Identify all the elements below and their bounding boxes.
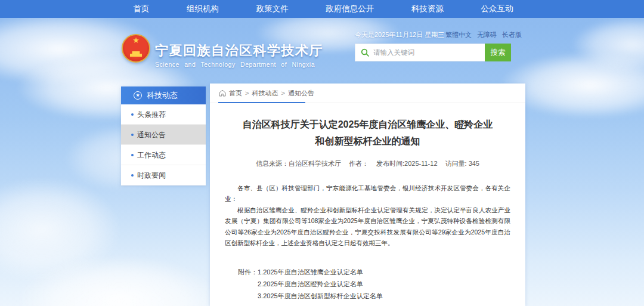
bullet-dot-icon <box>131 134 134 136</box>
sidebar-header: ★ 科技动态 <box>121 86 206 104</box>
article: 自治区科技厅关于认定2025年度自治区雏鹰企业、瞪羚企业 和创新型标杆企业的通知… <box>210 116 525 302</box>
nav-item-home[interactable]: 首页 <box>133 0 149 18</box>
breadcrumb-sci-tech-dynamics[interactable]: 科技动态 <box>252 89 278 98</box>
attachment-link-2[interactable]: 2.2025年度自治区瞪羚企业认定名单 <box>258 278 383 290</box>
breadcrumb-current-notices: 通知公告 <box>288 89 314 98</box>
attachments-label: 附件： <box>238 266 258 302</box>
bullet-dot-icon <box>131 154 134 156</box>
site-header: ★ 宁夏回族自治区科学技术厅 Science and Technology De… <box>0 18 644 85</box>
attachment-link-1[interactable]: 1.2025年度自治区雏鹰企业认定名单 <box>258 266 383 278</box>
sidebar-item-label: 头条推荐 <box>137 104 166 125</box>
gate-icon <box>130 51 142 57</box>
cloud-decoration <box>18 256 221 306</box>
search-field <box>355 44 485 61</box>
meta-publish-time: 发布时间:2025-11-12 <box>376 159 438 168</box>
attachments: 附件： 1.2025年度自治区雏鹰企业认定名单 2.2025年度自治区瞪羚企业认… <box>238 266 510 302</box>
breadcrumb-home[interactable]: 首页 <box>229 89 242 98</box>
current-date-text: 今天是2025年11月12日 星期三 <box>355 30 444 39</box>
search-input[interactable] <box>373 44 485 61</box>
sidebar: ★ 科技动态 头条推荐 通知公告 工作动态 时政要闻 <box>121 86 206 186</box>
sidebar-item-notices[interactable]: 通知公告 <box>121 125 206 145</box>
nav-item-policy-documents[interactable]: 政策文件 <box>256 0 289 18</box>
star-circle-icon: ★ <box>134 91 142 100</box>
cloud-decoration <box>0 179 119 280</box>
search-button[interactable]: 搜索 <box>485 44 511 61</box>
link-accessibility[interactable]: 无障碍 <box>477 30 497 39</box>
sidebar-item-label: 时政要闻 <box>137 165 166 186</box>
nav-item-gov-info-disclosure[interactable]: 政府信息公开 <box>326 0 374 18</box>
sidebar-item-work-dynamics[interactable]: 工作动态 <box>121 145 206 165</box>
bullet-dot-icon <box>131 113 134 116</box>
header-info-row: 今天是2025年11月12日 星期三 繁體中文 无障碍 长者版 <box>355 30 522 39</box>
top-navigation-bar: 首页 组织机构 政策文件 政府信息公开 科技资源 公众互动 <box>0 0 644 18</box>
national-emblem-logo: ★ <box>122 34 150 63</box>
sidebar-item-label: 通知公告 <box>137 125 166 145</box>
site-title: 宁夏回族自治区科学技术厅 <box>155 42 323 60</box>
sidebar-title: 科技动态 <box>147 90 178 101</box>
article-paragraph: 根据自治区雏鹰企业、瞪羚企业和创新型标杆企业认定管理有关规定，决定认定半亩良人农… <box>225 205 510 249</box>
attachment-link-3[interactable]: 3.2025年度自治区创新型标杆企业认定名单 <box>258 290 383 302</box>
bullet-dot-icon <box>131 174 134 177</box>
link-traditional-chinese[interactable]: 繁體中文 <box>445 30 472 39</box>
attachments-list: 1.2025年度自治区雏鹰企业认定名单 2.2025年度自治区瞪羚企业认定名单 … <box>258 266 383 302</box>
sidebar-item-current-politics[interactable]: 时政要闻 <box>121 165 206 186</box>
meta-author: 作者： <box>349 159 369 168</box>
nav-item-sci-tech-resources[interactable]: 科技资源 <box>411 0 444 18</box>
search-icon <box>361 48 369 57</box>
star-icon: ★ <box>132 36 140 44</box>
quick-links: 繁體中文 无障碍 长者版 <box>445 30 522 39</box>
sidebar-item-label: 工作动态 <box>137 145 166 165</box>
link-elderly-version[interactable]: 长者版 <box>502 30 522 39</box>
site-subtitle: Science and Technology Department of Nin… <box>155 61 315 68</box>
breadcrumb-separator: > <box>281 89 284 97</box>
sidebar-item-headline-recommend[interactable]: 头条推荐 <box>121 104 206 125</box>
search-bar: 搜索 <box>355 44 511 61</box>
breadcrumb-separator: > <box>245 89 249 97</box>
article-title-line1: 自治区科技厅关于认定2025年度自治区雏鹰企业、瞪羚企业 <box>243 119 493 129</box>
main-content-panel: 首页 > 科技动态 > 通知公告 自治区科技厅关于认定2025年度自治区雏鹰企业… <box>210 84 525 306</box>
home-icon <box>219 89 226 97</box>
nav-item-public-interaction[interactable]: 公众互动 <box>481 0 513 18</box>
article-title-line2: 和创新型标杆企业的通知 <box>315 136 420 146</box>
meta-source: 信息来源：自治区科学技术厅 <box>256 159 341 168</box>
article-paragraph: 各市、县（区）科技管理部门，宁东能源化工基地管委会，银川经济技术开发区管委会，各… <box>225 183 510 205</box>
article-title: 自治区科技厅关于认定2025年度自治区雏鹰企业、瞪羚企业 和创新型标杆企业的通知 <box>225 116 510 150</box>
nav-item-organization[interactable]: 组织机构 <box>187 0 219 18</box>
breadcrumb: 首页 > 科技动态 > 通知公告 <box>210 84 525 103</box>
article-body: 各市、县（区）科技管理部门，宁东能源化工基地管委会，银川经济技术开发区管委会，各… <box>225 183 510 248</box>
meta-views: 访问量: 345 <box>445 159 479 168</box>
article-meta: 信息来源：自治区科学技术厅 作者： 发布时间:2025-11-12 访问量: 3… <box>225 159 510 168</box>
